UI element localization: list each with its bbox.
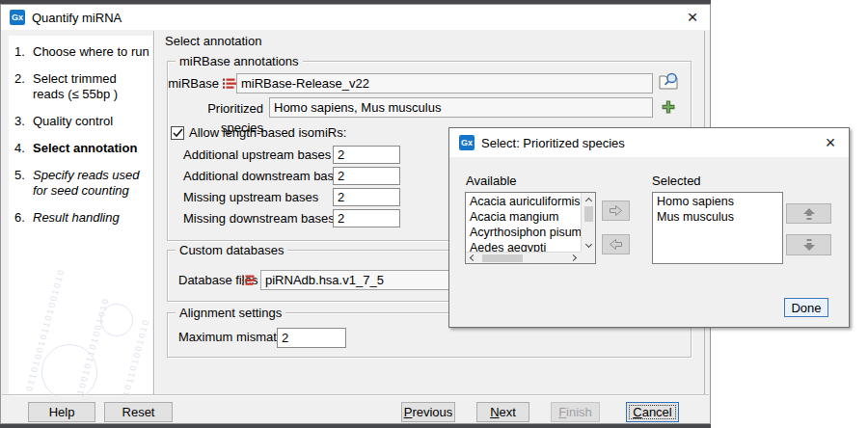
- available-list: Acacia auriculiformis Acacia mangium Acy…: [466, 193, 581, 252]
- footer-divider: [2, 394, 709, 396]
- close-icon[interactable]: ×: [812, 128, 849, 157]
- available-label: Available: [466, 174, 517, 188]
- list-item[interactable]: Acyrthosiphon pisum: [466, 225, 581, 240]
- mirbase-input[interactable]: [236, 73, 653, 94]
- list-item[interactable]: Aedes aegypti: [466, 240, 581, 252]
- scroll-down-icon[interactable]: [582, 239, 596, 252]
- move-down-button[interactable]: [786, 234, 831, 255]
- wizard-step-4-current: 4. Select annotation: [14, 141, 150, 156]
- list-item[interactable]: Mus musculus: [653, 209, 782, 225]
- group-legend: miRBase annotations: [176, 54, 303, 68]
- available-listbox[interactable]: Acacia auriculiformis Acacia mangium Acy…: [465, 192, 596, 264]
- help-button[interactable]: Help: [28, 402, 95, 422]
- done-button[interactable]: Done: [784, 298, 828, 317]
- arrow-down-icon: [802, 238, 816, 252]
- vertical-scrollbar[interactable]: [581, 193, 595, 252]
- maximum-mismatches-input[interactable]: [277, 328, 346, 348]
- missing-upstream-label: Missing upstream bases: [183, 188, 318, 207]
- missing-downstream-input[interactable]: [333, 209, 400, 227]
- dialog-titlebar: Gx Select: Prioritized species ×: [449, 128, 849, 157]
- wizard-step-6: 6. Result handling: [14, 210, 150, 226]
- isomir-checkbox-label: Allow length-based isomiRs:: [189, 123, 346, 143]
- watermark-circle: [100, 304, 133, 336]
- move-up-button[interactable]: [786, 203, 831, 224]
- reset-button[interactable]: Reset: [104, 402, 173, 422]
- wizard-step-5: 5. Specify reads used for seed counting: [14, 168, 150, 199]
- scrollbar-thumb[interactable]: [482, 254, 523, 262]
- wizard-step-1: 1. Choose where to run: [14, 44, 150, 60]
- wizard-sidebar: 0110100101101001010 0110100101101001010 …: [9, 36, 152, 396]
- additional-downstream-input[interactable]: [333, 167, 400, 185]
- missing-upstream-input[interactable]: [333, 188, 400, 206]
- additional-upstream-input[interactable]: [333, 146, 400, 164]
- panel-title: Select annotation: [165, 34, 261, 48]
- previous-button[interactable]: Previous: [401, 402, 455, 422]
- sidebar-divider: [153, 31, 155, 395]
- wizard-step-3: 3. Quality control: [14, 114, 150, 129]
- screen-edge-bottom: [0, 424, 711, 428]
- mirbase-label: miRBase: [168, 74, 219, 94]
- selected-listbox[interactable]: Homo sapiens Mus musculus: [652, 192, 783, 264]
- move-left-button[interactable]: [602, 234, 630, 254]
- window-titlebar: Gx Quantify miRNA ×: [1, 5, 710, 30]
- missing-downstream-label: Missing downstream bases: [183, 209, 335, 228]
- group-legend: Alignment settings: [176, 306, 285, 320]
- browse-icon[interactable]: [658, 70, 681, 92]
- dialog-title: Select: Prioritized species: [481, 136, 625, 150]
- scroll-up-icon[interactable]: [582, 193, 596, 205]
- wizard-step-2: 2. Select trimmed reads (≤ 55bp ): [14, 71, 150, 102]
- group-legend: Custom databases: [176, 243, 287, 257]
- move-right-button[interactable]: [602, 201, 630, 221]
- arrow-up-icon: [802, 207, 816, 221]
- element-list-icon: [223, 77, 236, 91]
- close-icon[interactable]: ×: [675, 5, 710, 30]
- list-item[interactable]: Acacia mangium: [466, 209, 581, 225]
- list-item[interactable]: Acacia auriculiformis: [466, 194, 581, 209]
- arrow-left-icon: [609, 238, 623, 251]
- scroll-left-icon[interactable]: [466, 253, 478, 264]
- additional-downstream-label: Additional downstream bases: [183, 167, 347, 186]
- gx-logo-icon: Gx: [459, 135, 475, 150]
- gx-logo-icon: Gx: [10, 10, 25, 25]
- additional-upstream-label: Additional upstream bases: [183, 146, 331, 165]
- next-button[interactable]: Next: [476, 402, 529, 422]
- selected-list: Homo sapiens Mus musculus: [653, 193, 782, 225]
- window-title: Quantify miRNA: [32, 11, 122, 25]
- element-list-icon: [242, 274, 256, 287]
- scroll-right-icon[interactable]: [568, 253, 581, 264]
- cancel-button[interactable]: Cancel: [626, 402, 679, 422]
- horizontal-scrollbar[interactable]: [466, 252, 581, 263]
- select-species-dialog: Gx Select: Prioritized species × Availab…: [448, 127, 850, 328]
- scrollbar-thumb[interactable]: [584, 206, 593, 222]
- arrow-right-icon: [609, 204, 623, 217]
- selected-label: Selected: [652, 174, 701, 188]
- isomir-checkbox[interactable]: [171, 126, 184, 140]
- finish-button-disabled: Finish: [551, 402, 600, 422]
- list-item[interactable]: Homo sapiens: [653, 194, 782, 209]
- watermark-circle: [41, 344, 97, 396]
- scrollbar-corner: [581, 252, 595, 263]
- add-species-icon[interactable]: [662, 100, 675, 114]
- prioritized-species-input[interactable]: [269, 97, 653, 118]
